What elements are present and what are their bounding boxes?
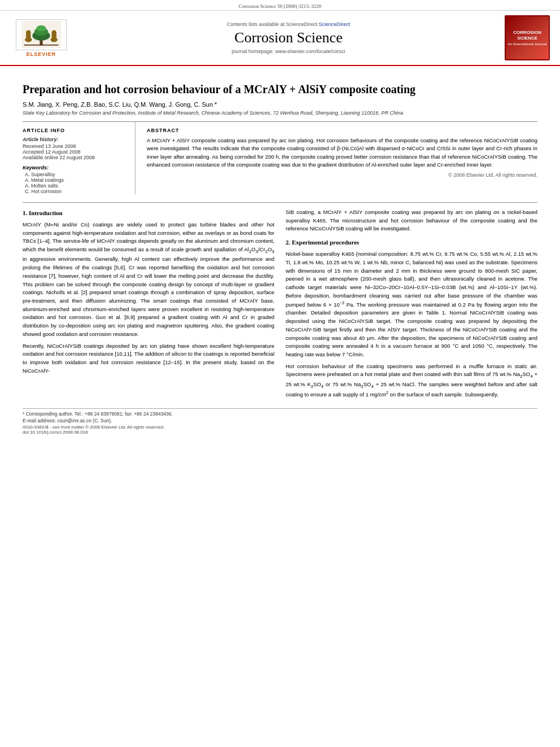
abstract-label: ABSTRACT — [147, 128, 537, 133]
keyword-4: C. Hot corrosion — [25, 189, 127, 194]
body-section: 1. Introduction MCrAlY (M=Ni and/or Co) … — [23, 202, 537, 403]
journal-top-bar: Corrosion Science 50 (2008) 3213–3220 — [0, 0, 560, 11]
doi-note: doi:10.1016/j.corsci.2008.08.018 — [23, 430, 537, 435]
article-info-label: ARTICLE INFO — [23, 128, 127, 133]
keywords-block: Keywords: A. Superalloy A. Metal coating… — [23, 165, 127, 194]
section1-title: 1. Introduction — [23, 208, 274, 218]
header-section: ELSEVIER Contents lists available at Sci… — [0, 11, 560, 66]
email-note: E-mail address: csun@imr.ac.cn (C. Sun). — [23, 418, 537, 423]
sciencedirect-text: Contents lists available at ScienceDirec… — [227, 21, 317, 27]
sciencedirect-bar: Contents lists available at ScienceDirec… — [78, 21, 499, 27]
article-info-col: ARTICLE INFO Article history: Received 1… — [23, 122, 135, 194]
sciencedirect-link[interactable]: ScienceDirect — [319, 21, 351, 27]
section1-para2: Recently, NiCoCrAlYSiB coatings deposite… — [23, 342, 274, 375]
section1-para1: MCrAlY (M=Ni and/or Co) coatings are wid… — [23, 221, 274, 339]
svg-point-10 — [51, 30, 56, 36]
abstract-text: A MCrAlY + AlSiY composite coating was p… — [147, 137, 537, 169]
section2-title: 2. Experimental procedures — [286, 238, 537, 247]
body-left-col: 1. Introduction MCrAlY (M=Ni and/or Co) … — [23, 208, 274, 403]
keyword-2: A. Metal coatings — [25, 177, 127, 183]
journal-homepage: journal homepage: www.elsevier.com/locat… — [78, 49, 499, 54]
keyword-1: A. Superalloy — [25, 172, 127, 177]
elsevier-logo: ELSEVIER — [10, 19, 72, 57]
body-two-col: 1. Introduction MCrAlY (M=Ni and/or Co) … — [23, 208, 537, 403]
journal-citation: Corrosion Science 50 (2008) 3213–3220 — [239, 3, 321, 9]
received-date: Received 13 June 2008 — [23, 143, 127, 149]
corrosion-badge: CORROSIONSCIENCE An International Journa… — [505, 15, 550, 60]
issn-note: 0010-938X/$ - see front matter © 2008 El… — [23, 425, 537, 430]
badge-title: CORROSIONSCIENCE — [513, 30, 541, 42]
journal-center: Contents lists available at ScienceDirec… — [72, 21, 505, 54]
main-content: Preparation and hot corrosion behaviour … — [0, 66, 560, 440]
article-history-block: Article history: Received 13 June 2008 A… — [23, 137, 127, 160]
svg-point-4 — [36, 25, 46, 31]
svg-rect-11 — [24, 45, 58, 46]
copyright-line: © 2008 Elsevier Ltd. All rights reserved… — [147, 172, 537, 178]
body-right-col: SiB coating, a MCrAlY + AlSiY composite … — [286, 208, 537, 403]
section1-text: MCrAlY (M=Ni and/or Co) coatings are wid… — [23, 221, 274, 375]
svg-point-7 — [26, 30, 31, 36]
keyword-3: A. Molten salts — [25, 183, 127, 189]
section2-para1: Nickel-base superalloy K465 (nominal com… — [286, 250, 537, 359]
corresponding-author-note: * Corresponding author. Tel.: +86 24 839… — [23, 411, 537, 417]
section2-text: Nickel-base superalloy K465 (nominal com… — [286, 250, 537, 399]
article-info-abstract-section: ARTICLE INFO Article history: Received 1… — [23, 121, 537, 194]
elsevier-label: ELSEVIER — [27, 51, 56, 57]
journal-title: Corrosion Science — [78, 29, 499, 46]
section2-para2: Hot corrosion behaviour of the coating s… — [286, 362, 537, 399]
accepted-date: Accepted 12 August 2008 — [23, 149, 127, 155]
badge-subtitle: An International Journal — [508, 42, 546, 46]
page-wrapper: Corrosion Science 50 (2008) 3213–3220 — [0, 0, 560, 440]
history-title: Article history: — [23, 137, 127, 142]
section1-right-para1: SiB coating, a MCrAlY + AlSiY composite … — [286, 208, 537, 233]
section1-right-text: SiB coating, a MCrAlY + AlSiY composite … — [286, 208, 537, 233]
abstract-col: ABSTRACT A MCrAlY + AlSiY composite coat… — [147, 122, 537, 194]
keywords-title: Keywords: — [23, 165, 127, 171]
footer-notes: * Corresponding author. Tel.: +86 24 839… — [23, 408, 537, 435]
affiliation: State Key Laboratory for Corrosion and P… — [23, 110, 537, 116]
available-date: Available online 22 August 2008 — [23, 155, 127, 160]
article-title: Preparation and hot corrosion behaviour … — [23, 82, 537, 97]
elsevier-logo-image — [16, 19, 67, 50]
authors: S.M. Jiang, X. Peng, Z.B. Bao, S.C. Liu,… — [23, 101, 537, 108]
